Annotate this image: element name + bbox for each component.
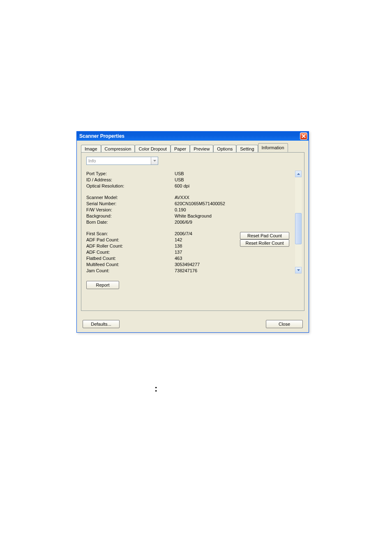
vertical-scrollbar[interactable] [295, 171, 302, 273]
tab-information[interactable]: Information [258, 143, 288, 152]
reset-pad-count-button[interactable]: Reset Pad Count [240, 232, 289, 239]
close-icon[interactable] [300, 132, 307, 140]
scroll-down-icon[interactable] [295, 267, 302, 273]
svg-marker-3 [297, 173, 300, 175]
svg-marker-2 [153, 160, 156, 162]
report-button[interactable]: Report [86, 281, 119, 289]
info-dropdown-value: Info [88, 158, 96, 163]
value-port-type: USB [175, 171, 251, 176]
value-flatbed-count: 463 [175, 255, 251, 261]
reset-buttons: Reset Pad Count Reset Roller Count [240, 232, 289, 247]
label-born-date: Born Date: [86, 219, 175, 225]
label-port-type: Port Type: [86, 171, 175, 176]
label-adf-pad-count: ADF Pad Count: [86, 237, 175, 243]
label-background: Background: [86, 213, 175, 219]
tab-image[interactable]: Image [81, 145, 101, 153]
group-gap [86, 189, 251, 194]
right-column [254, 171, 299, 273]
info-dropdown[interactable]: Info [86, 157, 158, 165]
value-scanner-model: AVXXX [175, 195, 251, 200]
value-background: White Background [175, 213, 251, 219]
scrollbar-track[interactable] [295, 177, 302, 267]
svg-marker-4 [297, 269, 300, 271]
label-serial-number: Serial Number: [86, 201, 175, 206]
value-id-address: USB [175, 177, 251, 183]
label-optical-res: Optical Resolution: [86, 183, 175, 189]
label-scanner-model: Scanner Model: [86, 195, 175, 200]
info-area: Port Type: USB ID / Address: USB Optical… [86, 171, 299, 273]
close-button[interactable]: Close [266, 320, 303, 328]
reset-roller-count-button[interactable]: Reset Roller Count [240, 239, 289, 247]
value-optical-res: 600 dpi [175, 183, 251, 189]
group-gap [86, 225, 251, 230]
defaults-button[interactable]: Defaults... [83, 320, 120, 328]
chevron-down-icon[interactable] [151, 157, 158, 164]
tab-color-dropout[interactable]: Color Dropout [135, 145, 170, 153]
value-adf-roller-count: 138 [175, 243, 251, 249]
tab-setting[interactable]: Setting [236, 145, 258, 153]
tab-compression[interactable]: Compression [101, 145, 135, 153]
bottom-row: Defaults... Close [81, 320, 304, 328]
information-panel: Info Port Type: USB ID / Address: USB Op… [81, 152, 304, 311]
tab-paper[interactable]: Paper [171, 145, 190, 153]
report-row: Report [86, 281, 299, 289]
value-serial-number: 620CN1065M571400052 [175, 201, 251, 206]
value-multifeed-count: 3053494277 [175, 262, 251, 267]
value-adf-count: 137 [175, 249, 251, 255]
titlebar[interactable]: Scanner Properties [77, 132, 309, 141]
window-title: Scanner Properties [79, 133, 125, 139]
label-multifeed-count: Multifeed Count: [86, 262, 175, 267]
label-flatbed-count: Flatbed Count: [86, 255, 175, 261]
scanner-properties-dialog: Scanner Properties Image Compression Col… [76, 131, 309, 333]
value-fw-version: 0.190 [175, 207, 251, 213]
label-first-scan: First Scan: [86, 231, 175, 236]
value-born-date: 2006/6/9 [175, 219, 251, 225]
label-jam-count: Jam Count: [86, 268, 175, 273]
scrollbar-thumb[interactable] [295, 213, 302, 244]
value-first-scan: 2006/7/4 [175, 231, 251, 236]
tab-options[interactable]: Options [213, 145, 236, 153]
label-fw-version: F/W Version: [86, 207, 175, 213]
label-adf-roller-count: ADF Roller Count: [86, 243, 175, 249]
tab-preview[interactable]: Preview [190, 145, 213, 153]
value-jam-count: 738247176 [175, 268, 251, 273]
info-columns: Port Type: USB ID / Address: USB Optical… [86, 171, 251, 273]
page-colon: : [154, 383, 157, 394]
label-adf-count: ADF Count: [86, 249, 175, 255]
value-adf-pad-count: 142 [175, 237, 251, 243]
tabstrip: Image Compression Color Dropout Paper Pr… [81, 143, 304, 152]
scroll-up-icon[interactable] [295, 171, 302, 177]
label-id-address: ID / Address: [86, 177, 175, 183]
client-area: Image Compression Color Dropout Paper Pr… [77, 141, 309, 332]
